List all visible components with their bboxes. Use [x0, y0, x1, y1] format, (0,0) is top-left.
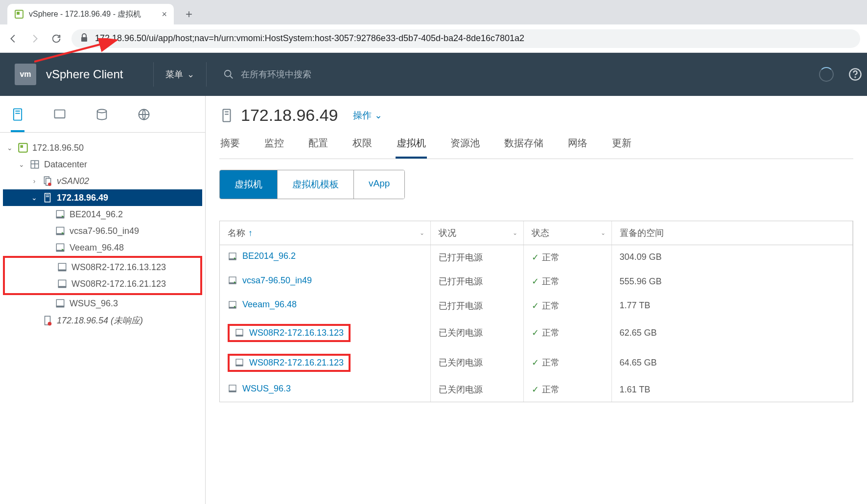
global-search[interactable]: 在所有环境中搜索 [223, 69, 311, 80]
address-bar: 172.18.96.50/ui/app/host;nav=h/urn:vmomi… [0, 24, 867, 53]
page-title: 172.18.96.49 [219, 106, 338, 125]
tree-vm[interactable]: BE2014_96.2 [3, 206, 202, 223]
detail-tab[interactable]: 虚拟机 [396, 137, 427, 159]
detail-tab[interactable]: 配置 [307, 137, 329, 159]
col-header-status[interactable]: 状况⌄ [430, 221, 523, 245]
sidebar-tab-network[interactable] [137, 108, 151, 132]
vm-link[interactable]: BE2014_96.2 [228, 251, 296, 261]
vm-icon [234, 358, 244, 367]
svg-point-5 [225, 70, 231, 77]
cell-state: ✓正常 [523, 270, 611, 294]
tree-host-error[interactable]: 172.18.96.54 (未响应) [3, 312, 202, 329]
caret-down-icon: ⌄ [6, 144, 14, 152]
sort-asc-icon: ↑ [248, 228, 253, 238]
caret-down-icon: ⌄ [30, 194, 38, 202]
svg-rect-38 [56, 299, 64, 306]
col-header-state[interactable]: 状态⌄ [523, 221, 611, 245]
chevron-down-icon: ⌄ [601, 229, 606, 236]
sidebar-tab-vms[interactable] [53, 108, 67, 132]
lock-icon [80, 33, 88, 44]
sub-tab[interactable]: 虚拟机 [220, 170, 278, 199]
vm-icon [228, 300, 237, 310]
browser-tab[interactable]: vSphere - 172.18.96.49 - 虚拟机 × [7, 4, 174, 24]
svg-rect-32 [56, 251, 64, 252]
vm-link[interactable]: WSUS_96.3 [228, 384, 291, 394]
loading-spinner [819, 67, 834, 82]
cell-status: 已关闭电源 [430, 318, 523, 348]
detail-tab[interactable]: 数据存储 [503, 137, 544, 159]
tree-vcenter[interactable]: ⌄ 172.18.96.50 [3, 139, 202, 156]
sub-tab[interactable]: 虚拟机模板 [278, 170, 354, 199]
url-text: 172.18.96.50/ui/app/host;nav=h/urn:vmomi… [95, 33, 524, 44]
tab-close-icon[interactable]: × [162, 9, 167, 20]
col-header-name[interactable]: 名称↑⌄ [220, 221, 430, 245]
tree-vm[interactable]: vcsa7-96.50_in49 [3, 223, 202, 239]
vsphere-favicon [14, 9, 24, 19]
help-icon[interactable] [848, 68, 862, 81]
tree-cluster[interactable]: › vSAN02 [3, 173, 202, 189]
caret-right-icon: › [30, 177, 38, 185]
detail-tab[interactable]: 监控 [263, 137, 285, 159]
table-row: WSUS_96.3 已关闭电源 ✓正常 1.61 TB [220, 378, 853, 402]
svg-point-7 [855, 77, 855, 77]
chevron-down-icon: ⌄ [513, 229, 517, 236]
url-field[interactable]: 172.18.96.50/ui/app/host;nav=h/urn:vmomi… [71, 29, 860, 48]
svg-point-12 [97, 110, 107, 113]
vm-link[interactable]: Veeam_96.48 [228, 299, 297, 310]
tree-datacenter[interactable]: ⌄ Datacenter [3, 156, 202, 173]
svg-rect-54 [236, 329, 243, 335]
svg-rect-46 [229, 259, 236, 260]
cell-status: 已关闭电源 [430, 348, 523, 378]
col-header-space[interactable]: 置备的空间 [611, 221, 853, 245]
sub-tab[interactable]: vApp [354, 170, 404, 199]
back-button[interactable] [7, 32, 20, 45]
svg-rect-52 [229, 307, 236, 308]
vm-link[interactable]: WS08R2-172.16.13.123 [228, 324, 351, 342]
reload-button[interactable] [50, 32, 63, 45]
svg-rect-11 [55, 110, 65, 118]
detail-tab[interactable]: 资源池 [449, 137, 481, 159]
check-icon: ✓ [532, 385, 539, 394]
menu-label: 菜单 [165, 69, 183, 80]
vm-icon [55, 226, 66, 236]
tree-host-selected[interactable]: ⌄ 172.18.96.49 [3, 189, 202, 206]
search-icon [223, 69, 234, 80]
tree-vm[interactable]: Veeam_96.48 [3, 239, 202, 256]
check-icon: ✓ [532, 276, 539, 286]
annotation-highlight: WS08R2-172.16.13.123WS08R2-172.16.21.123 [3, 256, 202, 295]
host-icon [219, 108, 234, 123]
menu-dropdown[interactable]: 菜单 ⌄ [165, 69, 194, 80]
cell-state: ✓正常 [523, 245, 611, 270]
vm-link[interactable]: WS08R2-172.16.21.123 [228, 354, 351, 372]
detail-tab[interactable]: 更新 [611, 137, 633, 159]
new-tab-button[interactable]: + [181, 6, 197, 23]
tree-vm[interactable]: WS08R2-172.16.21.123 [5, 275, 200, 292]
browser-tab-title: vSphere - 172.18.96.49 - 虚拟机 [29, 9, 141, 20]
browser-tab-strip: vSphere - 172.18.96.49 - 虚拟机 × + [0, 0, 867, 24]
vm-icon [55, 242, 66, 253]
vm-link[interactable]: vcsa7-96.50_in49 [228, 275, 312, 286]
cell-status: 已打开电源 [430, 245, 523, 270]
divider [206, 62, 207, 87]
actions-dropdown[interactable]: 操作 ⌄ [353, 109, 382, 122]
svg-rect-26 [56, 217, 64, 218]
sidebar-tab-hosts[interactable] [11, 108, 24, 132]
vsphere-header: vm vSphere Client 菜单 ⌄ 在所有环境中搜索 [0, 53, 867, 96]
detail-tab[interactable]: 摘要 [219, 137, 241, 159]
forward-button[interactable] [28, 32, 41, 45]
sidebar-tab-storage[interactable] [95, 108, 109, 132]
svg-rect-35 [58, 270, 66, 271]
svg-rect-57 [236, 365, 243, 366]
cell-space: 304.09 GB [611, 245, 853, 270]
table-row: WS08R2-172.16.21.123 已关闭电源 ✓正常 64.65 GB [220, 348, 853, 378]
tree-vm[interactable]: WSUS_96.3 [3, 295, 202, 312]
tree-vm[interactable]: WS08R2-172.16.13.123 [5, 259, 200, 275]
svg-rect-49 [229, 283, 236, 284]
svg-rect-37 [58, 287, 66, 288]
cell-space: 555.96 GB [611, 270, 853, 294]
detail-tab[interactable]: 网络 [567, 137, 588, 159]
svg-rect-2 [81, 37, 87, 42]
vm-table: 名称↑⌄ 状况⌄ 状态⌄ 置备的空间 BE2014_96.2 已打开电源 ✓正常… [219, 221, 853, 402]
svg-rect-39 [56, 306, 64, 307]
detail-tab[interactable]: 权限 [351, 137, 373, 159]
